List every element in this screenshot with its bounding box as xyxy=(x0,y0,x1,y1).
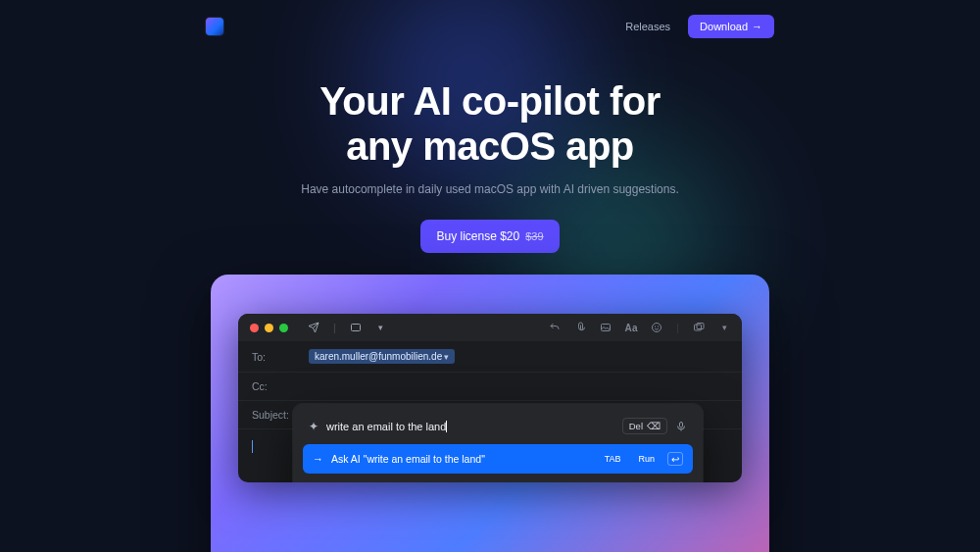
minimize-icon[interactable] xyxy=(265,324,273,332)
mail-titlebar: | ▾ Aa | xyxy=(238,314,742,341)
to-label: To: xyxy=(252,351,301,363)
arrow-right-icon: → xyxy=(752,21,762,32)
maximize-icon[interactable] xyxy=(279,324,288,332)
showcase-frame: | ▾ Aa | xyxy=(211,275,769,552)
buy-license-label: Buy license $20 xyxy=(436,229,519,243)
svg-rect-5 xyxy=(695,325,702,330)
close-icon[interactable] xyxy=(250,324,259,332)
hero-title-line2: any macOS app xyxy=(346,125,634,168)
ai-input-row[interactable]: ✦ write an email to the land Del ⌫ xyxy=(303,414,693,444)
svg-point-3 xyxy=(656,326,657,327)
ai-suggestion-row[interactable]: → Ask AI "write an email to the land" TA… xyxy=(303,444,693,474)
cc-label: Cc: xyxy=(252,380,301,392)
hero-title: Your AI co-pilot for any macOS app xyxy=(0,78,980,169)
arrow-right-icon: → xyxy=(313,453,323,465)
svg-rect-7 xyxy=(680,422,683,427)
text-format-icon[interactable]: Aa xyxy=(625,322,637,333)
recipient-email: karen.muller@funmobilien.de xyxy=(315,351,442,362)
hero-section: Your AI co-pilot for any macOS app Have … xyxy=(0,78,980,253)
attachment-icon[interactable] xyxy=(574,322,586,333)
text-caret-icon xyxy=(446,421,447,432)
text-caret-icon xyxy=(252,440,253,453)
traffic-lights[interactable] xyxy=(250,324,288,332)
ai-popover-footer: Mail gpt-4o xyxy=(303,474,693,482)
chevron-down-icon[interactable]: ▾ xyxy=(375,322,387,333)
site-header: Releases Download → xyxy=(0,0,980,39)
buy-license-strike-price: $39 xyxy=(525,230,543,242)
to-field-row[interactable]: To: karen.muller@funmobilien.de ▾ xyxy=(238,341,742,373)
app-logo xyxy=(206,18,223,35)
header-format-icon[interactable] xyxy=(350,322,362,333)
hero-subtitle: Have autocomplete in daily used macOS ap… xyxy=(0,182,980,196)
nav-releases-link[interactable]: Releases xyxy=(625,21,670,32)
media-browser-icon[interactable] xyxy=(693,322,705,333)
emoji-icon[interactable] xyxy=(651,322,662,333)
cc-field-row[interactable]: Cc: xyxy=(238,373,742,401)
return-key-icon: ↩ xyxy=(667,452,683,466)
reply-icon[interactable] xyxy=(549,322,561,333)
ai-suggestion-text: Ask AI "write an email to the land" xyxy=(331,453,592,465)
send-icon[interactable] xyxy=(308,322,319,333)
run-key-hint: Run xyxy=(633,453,660,465)
recipient-chip[interactable]: karen.muller@funmobilien.de ▾ xyxy=(309,349,455,364)
svg-point-4 xyxy=(659,326,660,327)
ai-popover: ✦ write an email to the land Del ⌫ → Ask… xyxy=(293,404,703,482)
chevron-down-icon: ▾ xyxy=(444,352,449,362)
hero-title-line1: Your AI co-pilot for xyxy=(319,79,661,123)
ai-input-text[interactable]: write an email to the land xyxy=(326,421,614,432)
svg-rect-6 xyxy=(697,324,704,329)
tab-key-hint: TAB xyxy=(600,453,626,465)
svg-rect-0 xyxy=(351,325,360,331)
microphone-icon[interactable] xyxy=(675,421,687,432)
svg-point-2 xyxy=(653,324,662,332)
chevron-down-icon[interactable]: ▾ xyxy=(718,322,730,333)
sparkle-icon: ✦ xyxy=(309,420,318,433)
photo-icon[interactable] xyxy=(600,322,612,333)
buy-license-button[interactable]: Buy license $20 $39 xyxy=(420,220,559,253)
mail-window: | ▾ Aa | xyxy=(238,314,742,482)
backspace-icon: ⌫ xyxy=(647,421,661,431)
download-button-label: Download xyxy=(700,21,748,32)
download-button[interactable]: Download → xyxy=(688,15,774,38)
delete-key-button[interactable]: Del ⌫ xyxy=(622,418,667,434)
